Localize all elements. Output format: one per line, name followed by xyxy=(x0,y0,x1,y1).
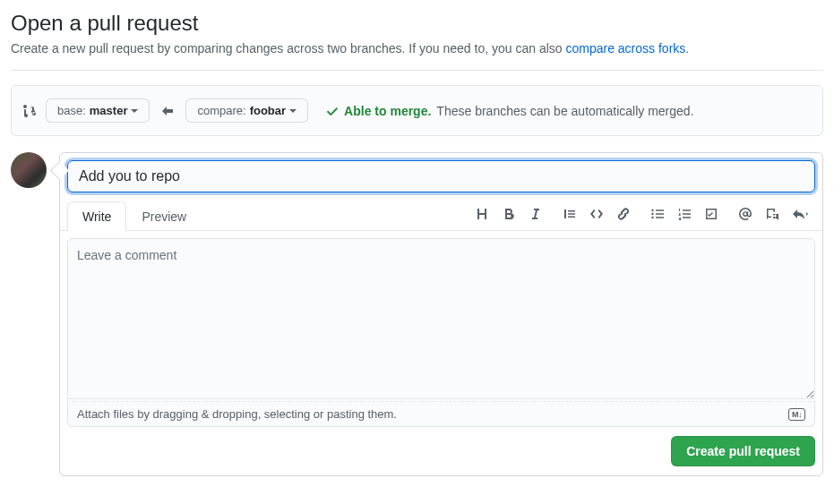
compare-forks-link[interactable]: compare across forks xyxy=(565,41,685,56)
compare-branch-name: foobar xyxy=(250,104,286,117)
composer-tabs-row: Write Preview xyxy=(60,201,822,231)
mention-icon[interactable] xyxy=(738,207,752,221)
tab-write[interactable]: Write xyxy=(67,201,126,231)
svg-point-1 xyxy=(651,213,653,215)
attach-hint-bar[interactable]: Attach files by dragging & dropping, sel… xyxy=(67,401,815,427)
markdown-badge-icon[interactable]: M↓ xyxy=(788,408,805,421)
italic-icon[interactable] xyxy=(529,207,543,221)
merge-status: Able to merge. These branches can be aut… xyxy=(326,104,693,118)
page-title: Open a pull request xyxy=(11,11,823,36)
merge-status-strong: Able to merge. xyxy=(344,104,431,118)
subtitle-after: . xyxy=(685,41,689,56)
subtitle-text: Create a new pull request by comparing c… xyxy=(11,41,565,56)
compare-label: compare: xyxy=(197,104,245,117)
tab-preview[interactable]: Preview xyxy=(126,201,202,231)
attach-hint-text: Attach files by dragging & dropping, sel… xyxy=(77,407,397,421)
tasklist-icon[interactable] xyxy=(704,207,718,221)
cross-reference-icon[interactable] xyxy=(765,207,779,221)
svg-point-0 xyxy=(651,209,653,211)
comment-textarea[interactable] xyxy=(67,238,815,399)
bold-icon[interactable] xyxy=(502,207,516,221)
markdown-toolbar xyxy=(475,207,815,225)
composer-actions: Create pull request xyxy=(67,436,815,472)
unordered-list-icon[interactable] xyxy=(650,207,665,221)
header-divider xyxy=(11,70,823,71)
create-pull-request-button[interactable]: Create pull request xyxy=(671,436,815,466)
range-editor: base: master compare: foobar Able to mer… xyxy=(11,85,823,136)
git-compare-icon xyxy=(22,104,37,118)
base-branch-name: master xyxy=(90,104,128,117)
quote-icon[interactable] xyxy=(563,207,577,221)
caret-down-icon xyxy=(131,107,138,115)
code-icon[interactable] xyxy=(589,207,604,221)
check-icon xyxy=(326,105,339,117)
base-branch-selector[interactable]: base: master xyxy=(46,98,150,123)
pr-title-input[interactable] xyxy=(67,160,815,192)
heading-icon[interactable] xyxy=(475,207,489,221)
avatar xyxy=(11,152,47,188)
svg-point-2 xyxy=(651,217,653,218)
link-icon[interactable] xyxy=(616,207,631,221)
merge-status-detail: These branches can be automatically merg… xyxy=(436,104,693,118)
ordered-list-icon[interactable] xyxy=(677,207,692,221)
arrow-left-icon xyxy=(159,104,176,118)
compare-branch-selector[interactable]: compare: foobar xyxy=(185,98,308,123)
caret-down-icon xyxy=(289,107,297,115)
page-subtitle: Create a new pull request by comparing c… xyxy=(11,41,823,56)
reply-icon[interactable] xyxy=(792,207,810,221)
base-label: base: xyxy=(57,104,86,117)
comment-composer: Write Preview xyxy=(59,152,823,476)
